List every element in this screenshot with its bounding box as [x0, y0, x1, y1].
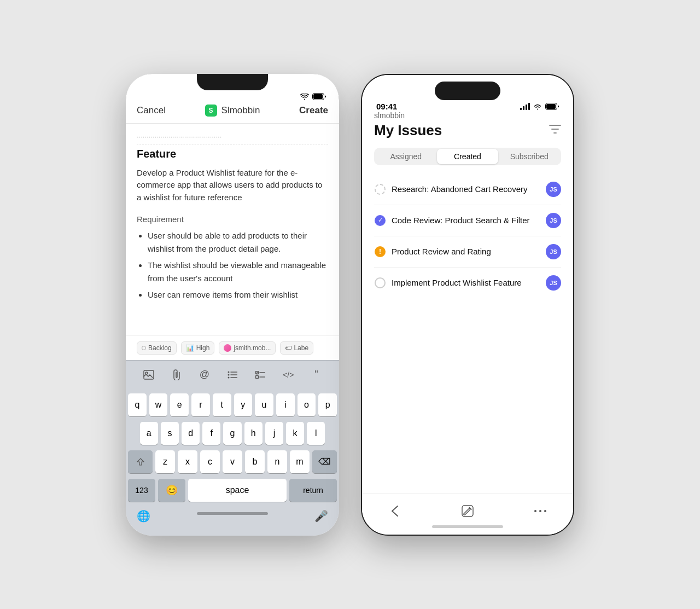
key-o[interactable]: o [298, 393, 316, 416]
quote-btn[interactable]: " [307, 366, 325, 384]
issue-title: Feature [137, 148, 328, 160]
tag-assignee[interactable]: jsmith.mob... [219, 341, 276, 355]
svg-point-12 [534, 510, 536, 512]
space-key[interactable]: space [188, 479, 287, 502]
nav-bar-left: Cancel S Slmobbin Create [126, 100, 339, 124]
wifi-icon-left [300, 94, 309, 100]
done-circle: ✓ [375, 215, 386, 226]
backspace-key[interactable]: ⌫ [312, 450, 337, 473]
create-button[interactable]: Create [299, 105, 328, 116]
key-v[interactable]: v [223, 450, 242, 473]
key-b[interactable]: b [245, 450, 265, 473]
home-indicator-right [432, 525, 503, 528]
phones-container: 09:41 [126, 74, 574, 536]
return-key[interactable]: return [289, 479, 337, 502]
tag-high[interactable]: 📊 High [181, 341, 215, 355]
title-row: My Issues [374, 122, 561, 139]
key-l[interactable]: l [307, 422, 325, 445]
key-h[interactable]: h [244, 422, 262, 445]
key-k[interactable]: k [286, 422, 304, 445]
key-q[interactable]: q [128, 393, 147, 416]
tag-high-label: High [196, 344, 210, 352]
svg-point-6 [228, 376, 229, 378]
tab-created[interactable]: Created [437, 149, 499, 164]
issue-list: Research: Abandoned Cart Recovery JS ✓ C… [363, 174, 572, 334]
status-icon-empty [374, 277, 386, 289]
key-a[interactable]: a [140, 422, 158, 445]
emoji-key[interactable]: 😊 [158, 479, 185, 502]
key-w[interactable]: w [149, 393, 168, 416]
code-btn[interactable]: </> [279, 366, 297, 384]
key-t[interactable]: t [213, 393, 231, 416]
tag-backlog-label: Backlog [148, 344, 172, 352]
time-left: 09:41 [139, 92, 160, 101]
filter-button[interactable] [549, 124, 561, 137]
avatar-4: JS [546, 275, 561, 291]
list-btn[interactable] [224, 366, 241, 384]
right-header: slmobbin My Issues [363, 107, 572, 148]
key-u[interactable]: u [255, 393, 273, 416]
svg-point-14 [544, 510, 546, 512]
key-y[interactable]: y [234, 393, 253, 416]
left-content: 09:41 [126, 74, 339, 536]
key-r[interactable]: r [191, 393, 210, 416]
more-button[interactable] [530, 501, 550, 521]
image-btn[interactable] [140, 366, 158, 384]
svg-point-13 [539, 510, 541, 512]
screen-left: 09:41 [126, 74, 339, 536]
issue-row-2[interactable]: ✓ Code Review: Product Search & Filter J… [374, 205, 561, 236]
phone-left: 09:41 [126, 74, 339, 536]
compose-button[interactable] [458, 501, 477, 521]
workspace-label: slmobbin [374, 111, 561, 120]
mention-btn[interactable]: @ [196, 366, 213, 384]
tag-dot-icon [142, 346, 146, 350]
checklist-btn[interactable] [252, 366, 269, 384]
key-s[interactable]: s [161, 422, 179, 445]
issue-row-4[interactable]: Implement Product Wishlist Feature JS [374, 268, 561, 298]
issue-name-4: Implement Product Wishlist Feature [392, 278, 540, 287]
issue-row-3[interactable]: ! Product Review and Rating JS [374, 236, 561, 268]
time-right: 09:41 [376, 102, 397, 111]
svg-rect-8 [256, 375, 259, 378]
key-f[interactable]: f [202, 422, 220, 445]
editor-toolbar: @ </> " [126, 360, 339, 389]
svg-point-4 [228, 371, 229, 373]
battery-icon-left [312, 93, 326, 100]
pending-circle [375, 184, 386, 195]
globe-icon[interactable]: 🌐 [137, 509, 150, 523]
numbers-key[interactable]: 123 [128, 479, 155, 502]
tab-assigned[interactable]: Assigned [375, 149, 437, 164]
key-p[interactable]: p [318, 393, 337, 416]
back-button[interactable] [385, 501, 405, 521]
tag-label[interactable]: 🏷 Labe [280, 341, 313, 355]
key-n[interactable]: n [267, 450, 287, 473]
key-j[interactable]: j [265, 422, 283, 445]
app-icon: S [205, 105, 217, 117]
tab-subscribed[interactable]: Subscribed [498, 149, 560, 164]
wifi-icon-right [533, 103, 542, 110]
mic-icon[interactable]: 🎤 [314, 509, 328, 523]
cancel-button[interactable]: Cancel [137, 105, 166, 116]
key-e[interactable]: e [170, 393, 189, 416]
key-i[interactable]: i [276, 393, 295, 416]
issue-description: Develop a Product Wishlist feature for t… [137, 167, 328, 204]
key-c[interactable]: c [200, 450, 220, 473]
label-icon: 🏷 [285, 344, 291, 352]
warning-circle: ! [375, 246, 386, 257]
key-g[interactable]: g [223, 422, 241, 445]
requirement-list: User should be able to add products to t… [137, 229, 328, 301]
key-d[interactable]: d [182, 422, 200, 445]
issue-row-1[interactable]: Research: Abandoned Cart Recovery JS [374, 174, 561, 205]
issue-name-1: Research: Abandoned Cart Recovery [392, 184, 540, 194]
key-z[interactable]: z [155, 450, 175, 473]
shift-key[interactable] [128, 450, 153, 473]
attach-btn[interactable] [168, 366, 185, 384]
requirement-label: Requirement [137, 214, 328, 224]
key-x[interactable]: x [178, 450, 197, 473]
bottom-nav [363, 493, 572, 525]
tag-backlog[interactable]: Backlog [137, 341, 177, 355]
key-m[interactable]: m [290, 450, 310, 473]
keyboard-row-1: q w e r t y u i o p [128, 393, 337, 416]
svg-rect-1 [313, 94, 323, 99]
signal-icon-right [520, 103, 530, 110]
